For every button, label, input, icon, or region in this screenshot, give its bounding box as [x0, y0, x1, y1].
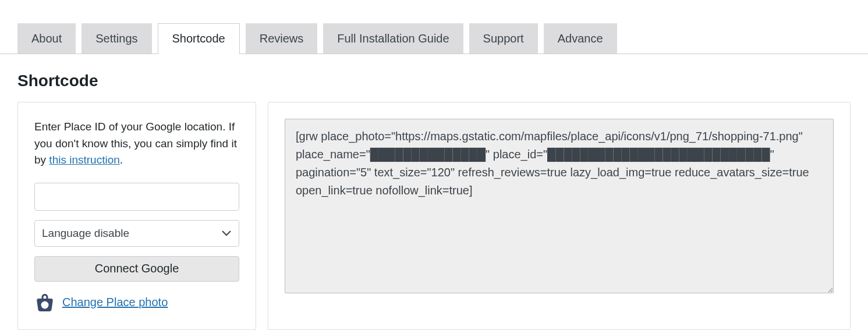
shortcode-output[interactable] [285, 119, 834, 293]
instruction-suffix: . [120, 154, 123, 166]
language-select[interactable]: Language disable [34, 220, 239, 247]
tab-support[interactable]: Support [469, 23, 538, 54]
tab-reviews[interactable]: Reviews [246, 23, 318, 54]
tab-settings[interactable]: Settings [82, 23, 151, 54]
change-place-photo-link[interactable]: Change Place photo [62, 296, 168, 309]
page-title: Shortcode [0, 54, 868, 102]
content-area: Enter Place ID of your Google location. … [0, 102, 868, 330]
tab-shortcode[interactable]: Shortcode [158, 23, 240, 54]
left-panel: Enter Place ID of your Google location. … [17, 102, 256, 330]
tabs-container: About Settings Shortcode Reviews Full In… [0, 23, 868, 54]
tab-about[interactable]: About [17, 23, 76, 54]
instruction-text: Enter Place ID of your Google location. … [34, 119, 239, 169]
change-photo-row: Change Place photo [34, 292, 239, 313]
shopping-bag-icon [34, 292, 55, 313]
svg-point-0 [41, 301, 49, 308]
connect-google-button[interactable]: Connect Google [34, 256, 239, 282]
place-id-input[interactable] [34, 183, 239, 211]
right-panel [268, 102, 851, 330]
language-select-wrapper: Language disable [34, 220, 239, 247]
instruction-link[interactable]: this instruction [49, 154, 119, 166]
tab-guide[interactable]: Full Installation Guide [323, 23, 463, 54]
tab-advance[interactable]: Advance [544, 23, 617, 54]
